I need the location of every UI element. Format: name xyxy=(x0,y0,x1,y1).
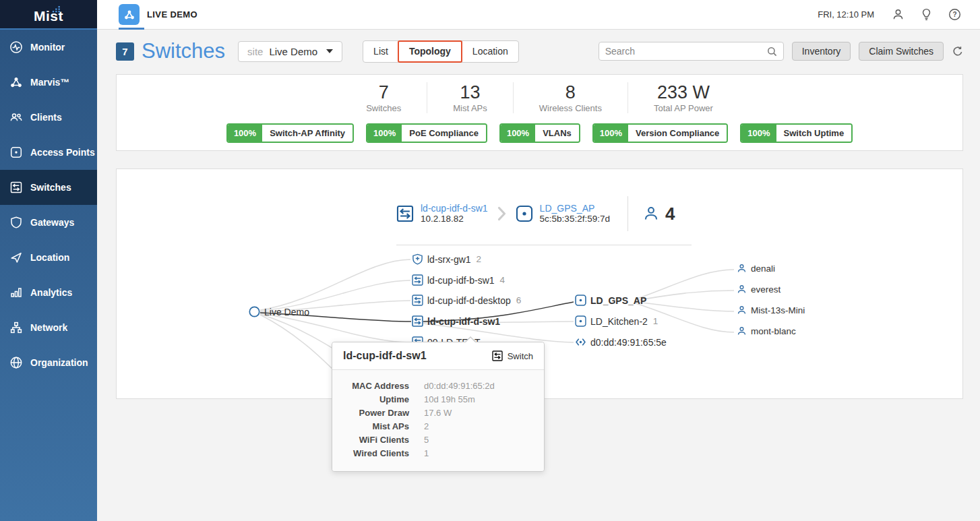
switch-count-badge: 7 xyxy=(116,42,134,61)
tooltip-row: Uptime 10d 19h 55m xyxy=(344,393,532,406)
sidebar-item-access-points[interactable]: Access Points xyxy=(0,135,97,170)
tooltip-row-label: MAC Address xyxy=(344,379,409,393)
tooltip-row-label: Mist APs xyxy=(344,420,409,433)
topology-node-client[interactable]: denali xyxy=(737,264,775,274)
search-icon xyxy=(767,47,777,57)
site-selector[interactable]: site Live Demo xyxy=(238,41,342,62)
sidebar-item-network[interactable]: Network xyxy=(0,310,97,345)
access-point-icon xyxy=(575,295,586,306)
badge-label: PoE Compliance xyxy=(402,125,486,142)
divider xyxy=(627,196,628,231)
node-label: mont-blanc xyxy=(751,326,796,336)
inventory-button[interactable]: Inventory xyxy=(792,42,851,61)
node-label: d0:dd:49:91:65:5e xyxy=(590,337,667,348)
bar-chart-icon xyxy=(9,286,23,299)
compliance-badges: 100% Switch-AP Affinity 100% PoE Complia… xyxy=(117,123,962,143)
node-label: Mist-13s-Mini xyxy=(751,305,805,315)
topology-node-client[interactable]: everest xyxy=(737,284,780,295)
badge-label: VLANs xyxy=(535,125,579,142)
node-label: LD_GPS_AP xyxy=(590,295,646,306)
clock-label: FRI, 12:10 PM xyxy=(818,9,874,20)
tooltip-title: ld-cup-idf-d-sw1 xyxy=(343,350,427,362)
tooltip-row-value: 1 xyxy=(424,447,532,460)
badge-version-compliance[interactable]: 100% Version Compliance xyxy=(592,123,729,143)
stat-mist-aps: 13 Mist APs xyxy=(427,82,513,113)
badge-percent: 100% xyxy=(741,125,776,142)
mist-logo[interactable]: Mist xyxy=(0,0,97,30)
site-node-icon xyxy=(249,306,260,317)
toolbar: 7 Switches site Live Demo List Topology … xyxy=(116,36,963,66)
tab-list[interactable]: List xyxy=(363,41,398,62)
help-icon[interactable]: ? xyxy=(948,8,961,21)
user-icon[interactable] xyxy=(892,8,905,21)
badge-poe-compliance[interactable]: 100% PoE Compliance xyxy=(366,123,487,143)
tooltip-row-label: WiFi Clients xyxy=(344,433,409,447)
sidebar-item-location[interactable]: Location xyxy=(0,240,97,275)
active-org-underline xyxy=(119,28,144,30)
sidebar-item-gateways[interactable]: Gateways xyxy=(0,205,97,240)
node-label: ld-cup-idf-b-sw1 xyxy=(427,275,495,286)
sidebar-item-switches[interactable]: Switches xyxy=(0,170,97,205)
node-label: ld-cup-idf-d-sw1 xyxy=(427,316,500,327)
topology-node-ap-selected[interactable]: LD_GPS_AP xyxy=(575,295,646,306)
badge-switch-uptime[interactable]: 100% Switch Uptime xyxy=(740,123,853,143)
sidebar-item-marvis[interactable]: Marvis™ xyxy=(0,65,97,100)
breadcrumb: ld-cup-idf-d-sw1 10.2.18.82 LD_GPS_AP 5c… xyxy=(396,196,692,245)
topology-node-switch-selected[interactable]: ld-cup-idf-d-sw1 xyxy=(412,315,500,327)
tab-location[interactable]: Location xyxy=(462,41,518,62)
breadcrumb-switch-link[interactable]: ld-cup-idf-d-sw1 xyxy=(421,203,488,214)
topology-node-client[interactable]: Mist-13s-Mini xyxy=(737,305,805,315)
node-label: Live Demo xyxy=(264,307,309,317)
tooltip-row-label: Uptime xyxy=(344,393,409,406)
switch-icon xyxy=(412,295,423,306)
switch-icon xyxy=(9,181,23,194)
search-box xyxy=(599,42,784,61)
badge-label: Switch Uptime xyxy=(776,125,852,142)
stat-value: 233 W xyxy=(654,82,713,102)
sidebar-item-monitor[interactable]: Monitor xyxy=(0,30,97,65)
stat-value: 7 xyxy=(366,82,401,102)
topology-node-ap[interactable]: LD_Kitchen-2 1 xyxy=(575,315,658,327)
topology-root-node[interactable]: Live Demo xyxy=(249,306,309,317)
breadcrumb-client-count: 4 xyxy=(665,204,675,224)
tooltip-row: Mist APs 2 xyxy=(344,420,532,433)
breadcrumb-switch-ip: 10.2.18.82 xyxy=(421,214,488,224)
site-label: site xyxy=(247,46,263,57)
access-point-icon xyxy=(575,315,586,327)
stat-value: 13 xyxy=(453,82,487,102)
sidebar-item-label: Organization xyxy=(30,357,88,368)
monitor-icon xyxy=(9,40,23,54)
bulb-icon[interactable] xyxy=(921,8,932,21)
badge-label: Version Compliance xyxy=(628,125,727,142)
breadcrumb-ap-link[interactable]: LD_GPS_AP xyxy=(540,203,610,214)
tooltip-row: WiFi Clients 5 xyxy=(344,433,532,447)
topology-node-gateway[interactable]: ld-srx-gw1 2 xyxy=(412,253,481,265)
search-input[interactable] xyxy=(605,46,767,57)
topology-node-switch[interactable]: ld-cup-idf-b-sw1 4 xyxy=(412,274,505,286)
topology-node-client[interactable]: mont-blanc xyxy=(737,326,796,336)
sidebar-item-label: Access Points xyxy=(30,147,95,158)
access-point-icon xyxy=(9,146,23,159)
sidebar-item-organization[interactable]: Organization xyxy=(0,345,97,380)
topology-node-wired-client[interactable]: d0:dd:49:91:65:5e xyxy=(575,336,667,348)
org-tab-live-demo[interactable]: LIVE DEMO xyxy=(119,0,197,30)
topology-node-switch[interactable]: ld-cup-idf-d-desktop 6 xyxy=(412,295,521,306)
tab-topology[interactable]: Topology xyxy=(398,40,462,63)
sidebar: Mist Monitor Marvis™ Clients Access Poin… xyxy=(0,0,97,521)
tooltip-body: MAC Address d0:dd:49:91:65:2d Uptime 10d… xyxy=(332,370,544,471)
tooltip-caret xyxy=(464,336,477,342)
stat-value: 8 xyxy=(539,82,602,102)
view-tabs: List Topology Location xyxy=(363,40,519,63)
svg-text:?: ? xyxy=(952,11,956,18)
sidebar-item-label: Location xyxy=(30,252,69,263)
org-name: LIVE DEMO xyxy=(147,9,197,20)
sidebar-item-clients[interactable]: Clients xyxy=(0,100,97,135)
badge-vlans[interactable]: 100% VLANs xyxy=(499,123,580,143)
sidebar-item-analytics[interactable]: Analytics xyxy=(0,275,97,310)
badge-switch-ap-affinity[interactable]: 100% Switch-AP Affinity xyxy=(226,123,354,143)
refresh-icon[interactable] xyxy=(952,46,963,57)
client-icon xyxy=(737,264,747,274)
claim-switches-button[interactable]: Claim Switches xyxy=(859,42,944,61)
topology-panel: ld-cup-idf-d-sw1 10.2.18.82 LD_GPS_AP 5c… xyxy=(116,168,963,399)
tooltip-row-label: Wired Clients xyxy=(344,447,409,460)
